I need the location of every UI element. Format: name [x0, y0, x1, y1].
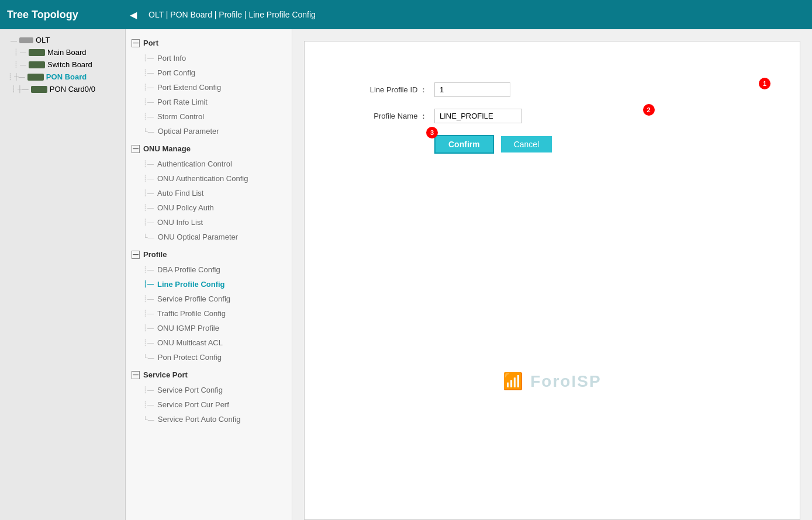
triangle-icon: ◀ [130, 9, 137, 20]
menu-section-port-header[interactable]: — Port [126, 35, 292, 51]
menu-item-onu-auth-config[interactable]: ┊— ONU Authentication Config [126, 171, 292, 186]
menu-section-profile: — Profile ┊— DBA Profile Config ┊— Line … [126, 247, 292, 365]
menu-item-auto-find-list[interactable]: ┊— Auto Find List [126, 186, 292, 200]
sidebar-item-main-board[interactable]: ┊ — Main Board [0, 46, 125, 58]
expand-onu-icon: — [132, 145, 140, 153]
menu-item-onu-info-list[interactable]: ┊— ONU Info List [126, 215, 292, 230]
menu-item-dba-profile[interactable]: ┊— DBA Profile Config [126, 262, 292, 277]
cancel-button[interactable]: Cancel [501, 136, 552, 152]
pon-board-icon [27, 74, 44, 81]
watermark: 📶 ForoISP [503, 372, 601, 391]
pon-board-label: PON Board [46, 72, 87, 81]
pon-card-icon [31, 86, 47, 93]
menu-item-onu-multicast-acl[interactable]: ┊— ONU Multicast ACL [126, 335, 292, 350]
expand-profile-icon: — [132, 251, 140, 259]
content-box: Line Profile ID ： 1 Profile Name ： 2 3 C… [304, 41, 800, 520]
menu-item-service-port-cur-perf[interactable]: ┊— Service Port Cur Perf [126, 397, 292, 412]
breadcrumb: OLT | PON Board | Profile | Line Profile… [137, 10, 316, 19]
line-profile-id-label: Line Profile ID ： [340, 85, 427, 95]
menu-section-onu-manage-header[interactable]: — ONU Manage [126, 141, 292, 157]
pon-card-label: PON Card0/0 [50, 85, 95, 93]
watermark-signal-icon: 📶 [503, 372, 524, 390]
menu-item-port-rate-limit[interactable]: ┊— Port Rate Limit [126, 95, 292, 109]
menu-item-optical-parameter[interactable]: └— Optical Parameter [126, 124, 292, 138]
menu-section-profile-header[interactable]: — Profile [126, 247, 292, 262]
profile-name-input[interactable] [434, 109, 522, 123]
main-board-label: Main Board [47, 48, 86, 57]
menu-item-service-profile[interactable]: ┊— Service Profile Config [126, 292, 292, 306]
expand-service-port-icon: — [132, 371, 140, 379]
menu-item-port-info[interactable]: ┊— Port Info [126, 51, 292, 65]
menu-section-onu-label: ONU Manage [143, 144, 191, 153]
menu-item-port-config[interactable]: ┊— Port Config [126, 65, 292, 80]
form-area: Line Profile ID ： 1 Profile Name ： 2 3 C… [316, 65, 788, 171]
main-board-icon [29, 49, 45, 56]
menu-panel: — Port ┊— Port Info ┊— Port Config ┊— Po… [126, 29, 292, 520]
badge-2: 2 [643, 104, 655, 116]
badge-1: 1 [759, 78, 770, 89]
badge-3: 3 [426, 127, 438, 138]
menu-section-port: — Port ┊— Port Info ┊— Port Config ┊— Po… [126, 35, 292, 138]
menu-section-service-port-header[interactable]: — Service Port [126, 367, 292, 383]
profile-name-label: Profile Name ： [340, 111, 427, 122]
menu-item-service-port-config[interactable]: ┊— Service Port Config [126, 383, 292, 397]
sidebar-item-olt[interactable]: — OLT [0, 34, 125, 46]
menu-section-service-port-label: Service Port [143, 370, 188, 379]
form-row-profile-id: Line Profile ID ： 1 [340, 82, 765, 97]
content-area: Line Profile ID ： 1 Profile Name ： 2 3 C… [292, 29, 812, 520]
sidebar-item-switch-board[interactable]: ┊ — Switch Board [0, 58, 125, 71]
menu-section-service-port: — Service Port ┊— Service Port Config ┊—… [126, 367, 292, 427]
menu-item-onu-policy-auth[interactable]: ┊— ONU Policy Auth [126, 200, 292, 215]
menu-item-onu-optical-param[interactable]: └— ONU Optical Parameter [126, 230, 292, 244]
switch-board-label: Switch Board [47, 60, 92, 69]
form-row-profile-name: Profile Name ： 2 [340, 109, 765, 123]
menu-section-profile-label: Profile [143, 250, 167, 259]
olt-icon [19, 37, 33, 43]
app-title: Tree Topology [7, 9, 130, 21]
olt-label: OLT [36, 36, 50, 44]
menu-section-port-label: Port [143, 39, 158, 47]
line-profile-id-input[interactable] [434, 82, 510, 97]
menu-item-line-profile[interactable]: ┊— Line Profile Config [126, 277, 292, 292]
menu-item-pon-protect-config[interactable]: └— Pon Protect Config [126, 350, 292, 365]
menu-item-port-extend-config[interactable]: ┊— Port Extend Config [126, 80, 292, 95]
sidebar-item-pon-card[interactable]: ┊ ┼— PON Card0/0 [0, 83, 125, 95]
confirm-button[interactable]: Confirm [434, 135, 494, 154]
menu-item-auth-control[interactable]: ┊— Authentication Control [126, 157, 292, 171]
switch-board-icon [29, 61, 45, 68]
menu-item-service-port-auto-config[interactable]: └— Service Port Auto Config [126, 412, 292, 427]
sidebar: — OLT ┊ — Main Board ┊ — Switch Board ┊ … [0, 29, 126, 520]
sidebar-item-pon-board[interactable]: ┊ ┼— PON Board [0, 71, 125, 83]
expand-port-icon: — [132, 39, 140, 47]
menu-item-traffic-profile[interactable]: ┊— Traffic Profile Config [126, 306, 292, 321]
menu-section-onu-manage: — ONU Manage ┊— Authentication Control ┊… [126, 141, 292, 244]
menu-item-onu-igmp-profile[interactable]: ┊— ONU IGMP Profile [126, 321, 292, 335]
menu-item-storm-control[interactable]: ┊— Storm Control [126, 109, 292, 124]
